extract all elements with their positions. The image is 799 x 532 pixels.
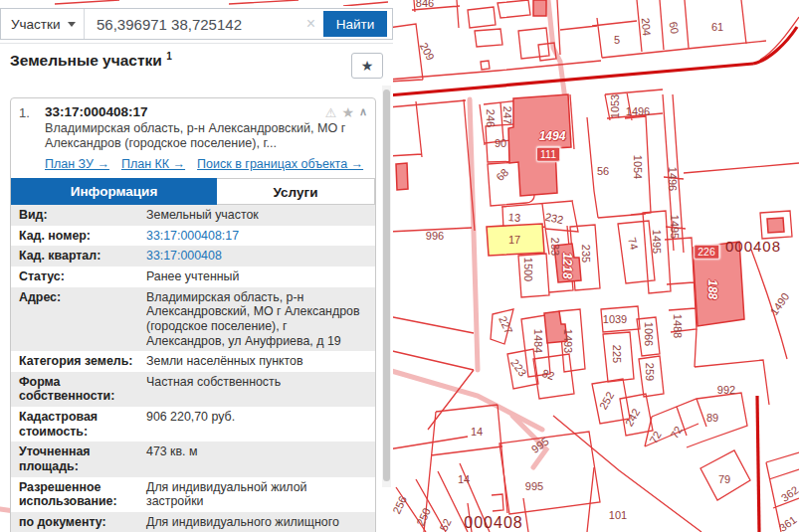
row-value: Земельный участок [146,208,367,223]
panel-scrollbar-thumb[interactable] [383,89,390,481]
search-category-dropdown[interactable]: Участки [1,9,85,39]
result-index: 1. [19,104,45,120]
row-label: Кад. номер: [19,229,146,244]
parcel-info-table: Вид: Земельный участок Кад. номер: 33:17… [11,205,375,532]
table-row: Уточненная площадь: 473 кв. м [11,442,375,476]
row-label: Разрешенное использование: [19,480,146,509]
row-label: Кад. квартал: [19,249,146,264]
row-label: Статус: [19,269,146,284]
row-value-cad-quarter-link[interactable]: 33:17:000408 [146,249,367,264]
clear-search-icon[interactable]: × [299,15,323,33]
link-search-in-bounds[interactable]: Поиск в границах объекта → [197,157,363,171]
chevron-down-icon [68,22,76,27]
row-value: Для индивидуального жилищного строительс… [146,515,367,532]
search-input[interactable] [85,16,299,33]
tab-services[interactable]: Услуги [217,178,375,205]
row-label: Кадастровая стоимость: [19,410,146,439]
parcel-result-card: 1. 33:17:000408:17 ⚠ ★ ∧ Владимирская об… [10,97,376,532]
link-plan-kk[interactable]: План КК → [121,157,185,171]
row-label: по документу: [19,515,146,532]
row-value: Ранее учтенный [146,269,367,284]
panel-divider [0,43,393,44]
row-label: Адрес: [19,290,146,349]
panel-scrollbar[interactable] [382,86,391,487]
row-value: Земли населённых пунктов [146,354,367,369]
search-bar: Участки × Найти [0,8,393,40]
results-header: Земельные участки 1 [10,51,172,70]
table-row: Категория земель: Земли населённых пункт… [11,351,375,372]
row-value: Для индивидуальной жилой застройки [146,480,367,509]
card-action-icons: ⚠ ★ ∧ [325,104,367,120]
table-row: Адрес: Владимирская область, р-н Алексан… [11,287,375,352]
table-row: Разрешенное использование: Для индивидуа… [11,477,375,512]
table-row: Кад. номер: 33:17:000408:17 [11,226,375,247]
row-label: Уточненная площадь: [19,444,146,473]
row-value-cad-number: 33:17:000408:17 [146,229,367,244]
favorites-button[interactable]: ★ [351,53,383,79]
results-count: 1 [166,51,172,62]
row-value: Владимирская область, р-н Александровски… [146,290,367,349]
table-row: Кад. квартал: 33:17:000408 [11,246,375,266]
parcel-cadastral-number: 33:17:000408:17 [45,104,325,119]
table-row: Форма собственности: Частная собственнос… [11,372,375,407]
parcel-address-preview: Владимирская область, р-н Александровски… [45,121,357,151]
card-header-row: 1. 33:17:000408:17 ⚠ ★ ∧ [11,98,375,120]
selected-parcel-17[interactable] [487,224,544,256]
table-row: Вид: Земельный участок [11,205,375,226]
card-tabs: Информация Услуги [11,178,375,205]
favorite-star-icon[interactable]: ★ [341,104,354,120]
collapse-chevron-icon[interactable]: ∧ [359,105,367,118]
row-value: 473 кв. м [146,444,367,473]
tab-information[interactable]: Информация [11,178,217,205]
table-row: Кадастровая стоимость: 906 220,70 руб. [11,407,375,442]
row-label: Вид: [19,208,146,223]
table-row: по документу: Для индивидуального жилищн… [11,512,375,532]
find-button[interactable]: Найти [323,11,387,37]
warning-icon[interactable]: ⚠ [325,105,337,120]
search-results-panel: Участки × Найти Земельные участки 1 ★ 1.… [0,6,393,487]
star-icon: ★ [361,58,374,74]
row-label: Форма собственности: [19,375,146,404]
row-value: Частная собственность [146,375,367,404]
results-title: Земельные участки [10,52,162,69]
search-category-label: Участки [11,17,61,32]
row-label: Категория земель: [19,354,146,369]
card-links-row: План ЗУ → План КК → Поиск в границах объ… [45,157,371,171]
link-plan-zu[interactable]: План ЗУ → [45,157,109,171]
table-row: Статус: Ранее учтенный [11,266,375,287]
row-value: 906 220,70 руб. [146,410,367,439]
